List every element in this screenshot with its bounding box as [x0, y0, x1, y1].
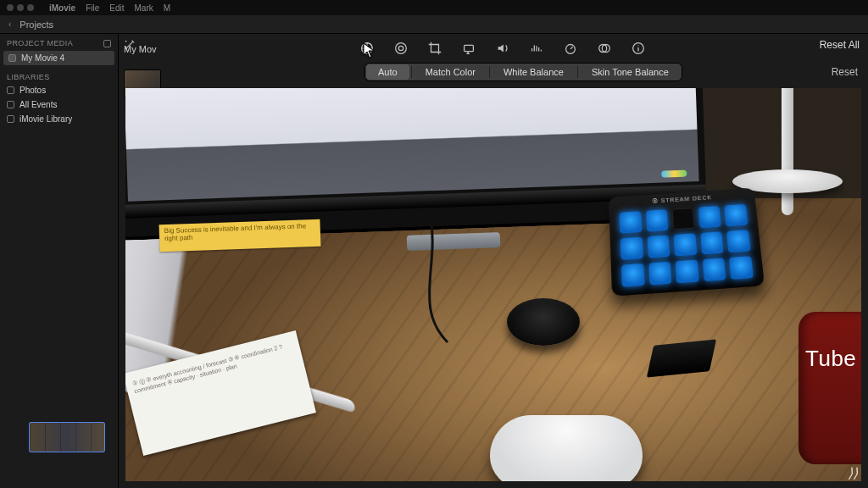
scene-sticky-note: Big Success is inevitable and I'm always…	[159, 219, 320, 252]
project-icon	[8, 54, 16, 62]
scene-magic-mouse	[490, 415, 643, 481]
menubar-edit[interactable]: Edit	[109, 3, 124, 13]
info-icon[interactable]	[631, 41, 646, 56]
clip-filmstrip	[30, 423, 104, 452]
projects-link[interactable]: Projects	[19, 19, 53, 30]
svg-point-2	[396, 43, 407, 54]
svg-point-5	[566, 45, 576, 54]
project-name: My Movie 4	[21, 53, 64, 63]
adjustments-toolbar	[322, 34, 868, 63]
library-icon	[7, 115, 14, 123]
menubar-file[interactable]: File	[86, 3, 99, 13]
back-chevron-icon[interactable]: ‹	[8, 19, 11, 29]
libraries-header: LIBRARIES	[0, 66, 118, 83]
project-media-header: PROJECT MEDIA	[0, 34, 118, 50]
events-icon	[7, 101, 14, 108]
audio-icon[interactable]	[495, 41, 510, 56]
color-balance-icon[interactable]	[359, 41, 375, 56]
reset-button[interactable]: Reset	[832, 66, 858, 78]
timeline-clip[interactable]	[29, 422, 105, 452]
menubar-app[interactable]: iMovie	[49, 3, 75, 13]
reset-all-button[interactable]: Reset All	[820, 39, 860, 51]
stabilize-icon[interactable]	[461, 41, 476, 56]
scene-stream-deck: ⦿ STREAM DECK	[609, 188, 765, 297]
enhance-wand-icon[interactable]	[124, 39, 136, 51]
library-imovie[interactable]: iMovie Library	[0, 112, 118, 126]
svg-point-0	[125, 41, 127, 42]
preview-scene: Big Success is inevitable and I'm always…	[125, 88, 861, 481]
mac-menubar: iMovie File Edit Mark M	[0, 0, 868, 15]
corner-glyph-icon: ⟩⟩	[848, 465, 858, 481]
svg-point-3	[398, 46, 403, 50]
seg-white-balance[interactable]: White Balance	[492, 64, 576, 80]
project-row[interactable]: My Movie 4	[3, 51, 114, 65]
scene-mug: Tube	[798, 312, 861, 464]
svg-rect-4	[465, 45, 474, 51]
window-traffic-lights	[7, 4, 34, 11]
scene-lens-cap	[507, 298, 580, 346]
color-balance-modes: Auto Match Color White Balance Skin Tone…	[364, 63, 682, 81]
mug-text: Tube	[805, 346, 856, 372]
library-photos[interactable]: Photos	[0, 83, 118, 97]
preview-viewer[interactable]: Big Success is inevitable and I'm always…	[125, 88, 861, 481]
speed-icon[interactable]	[563, 41, 578, 56]
seg-skin-tone[interactable]: Skin Tone Balance	[580, 64, 681, 80]
seg-auto[interactable]: Auto	[366, 64, 409, 80]
menubar-more[interactable]: M	[164, 3, 170, 13]
grid-toggle-icon[interactable]	[103, 40, 111, 47]
color-wheel-icon[interactable]	[393, 41, 409, 56]
effects-icon[interactable]	[597, 41, 612, 56]
imovie-window: ‹ Projects PROJECT MEDIA My Movie 4 LIBR…	[0, 15, 868, 488]
library-all-events[interactable]: All Events	[0, 97, 118, 112]
library-sidebar: PROJECT MEDIA My Movie 4 LIBRARIES Photo…	[0, 34, 119, 488]
topbar: ‹ Projects	[0, 15, 868, 34]
scene-lamp-post	[782, 88, 793, 215]
photos-icon	[7, 86, 14, 94]
menubar-mark[interactable]: Mark	[134, 3, 153, 13]
scene-monitor-screen	[125, 88, 699, 202]
eq-icon[interactable]	[529, 41, 544, 56]
seg-match-color[interactable]: Match Color	[414, 64, 487, 80]
crop-icon[interactable]	[427, 41, 442, 56]
